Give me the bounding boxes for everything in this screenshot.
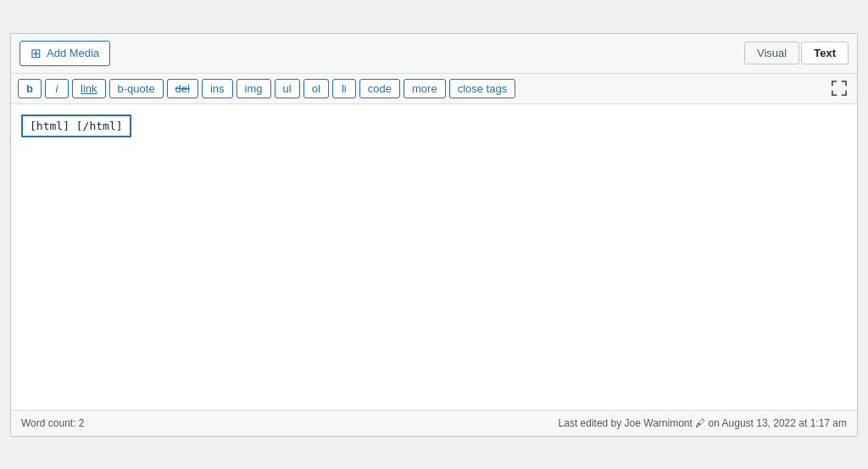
toolbar-more-button[interactable]: more (403, 79, 446, 98)
add-media-label: Add Media (47, 47, 99, 59)
status-bar: Word count: 2 Last edited by Joe Warnimo… (11, 410, 857, 436)
editor-content-area[interactable]: [html] [/html] (11, 104, 857, 410)
add-media-button[interactable]: ⊞ Add Media (19, 41, 110, 66)
editor-selected-content: [html] [/html] (21, 114, 131, 137)
view-tabs: Visual Text (744, 42, 849, 64)
toolbar-link-button[interactable]: link (72, 79, 106, 98)
fullscreen-icon (832, 81, 847, 96)
toolbar-bold-button[interactable]: b (18, 79, 42, 98)
top-bar: ⊞ Add Media Visual Text (11, 34, 857, 74)
add-media-icon: ⊞ (31, 46, 42, 61)
toolbar: b i link b-quote del ins img ul ol li co… (11, 74, 857, 104)
toolbar-italic-button[interactable]: i (45, 79, 69, 98)
toolbar-bquote-button[interactable]: b-quote (109, 79, 164, 98)
toolbar-ol-button[interactable]: ol (303, 79, 329, 98)
toolbar-closetags-button[interactable]: close tags (449, 79, 516, 98)
tab-text[interactable]: Text (801, 42, 849, 64)
toolbar-ul-button[interactable]: ul (275, 79, 300, 98)
word-count: Word count: 2 (21, 417, 84, 429)
toolbar-ins-button[interactable]: ins (202, 79, 233, 98)
toolbar-del-button[interactable]: del (167, 79, 198, 98)
last-edited: Last edited by Joe Warnimont 🖋 on August… (559, 417, 847, 429)
toolbar-li-button[interactable]: li (332, 79, 356, 98)
fullscreen-button[interactable] (828, 79, 850, 98)
toolbar-code-button[interactable]: code (359, 79, 400, 98)
tab-visual[interactable]: Visual (744, 42, 799, 64)
editor-container: ⊞ Add Media Visual Text b i link b-quote… (10, 33, 858, 437)
toolbar-buttons: b i link b-quote del ins img ul ol li co… (18, 79, 515, 98)
toolbar-img-button[interactable]: img (236, 79, 271, 98)
